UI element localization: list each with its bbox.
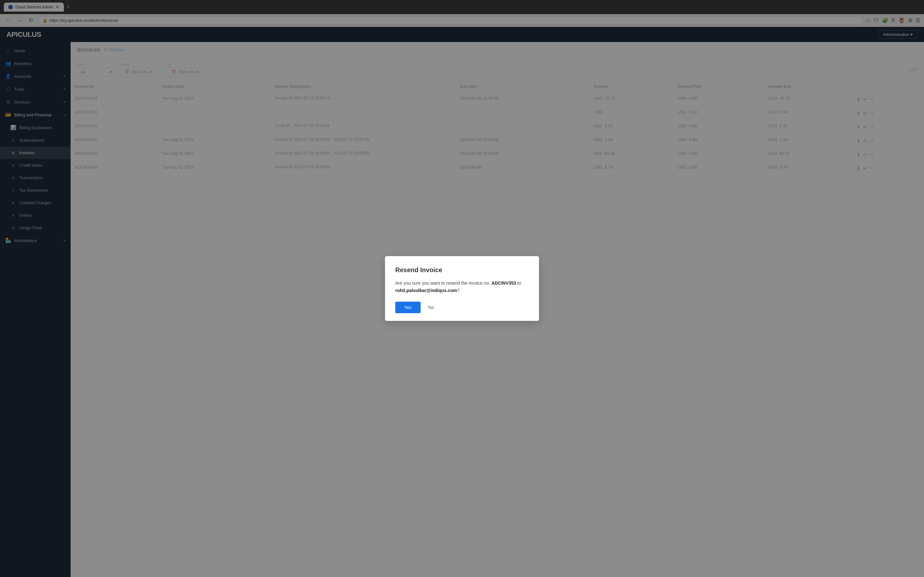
modal-body: Are you sure you want to resend the invo…	[395, 279, 529, 294]
yes-button[interactable]: Yes	[395, 301, 421, 313]
main-layout: ⌂ Home 👥 Resellers 👤 Accounts ▾ ⬡ Trials…	[0, 42, 924, 577]
content-area: Invoices ↻ Refresh Due All Due Today Ove…	[71, 42, 924, 577]
modal-email: rohit.palsulkar@indiqus.com	[395, 288, 457, 293]
no-button[interactable]: No	[426, 301, 437, 313]
app-wrapper: APICULUS Administration ▾ ⌂ Home 👥 Resel…	[0, 27, 924, 577]
modal-invoice-no: ADCINV353	[491, 280, 516, 285]
resend-invoice-modal: Resend Invoice Are you sure you want to …	[385, 256, 539, 321]
modal-overlay: Resend Invoice Are you sure you want to …	[71, 42, 924, 577]
modal-actions: Yes No	[395, 301, 529, 313]
modal-body-prefix: Are you sure you want to resend the invo…	[395, 280, 490, 285]
modal-body-suffix: ?	[457, 288, 460, 293]
modal-body-middle: to	[517, 280, 521, 285]
modal-title: Resend Invoice	[395, 266, 529, 274]
